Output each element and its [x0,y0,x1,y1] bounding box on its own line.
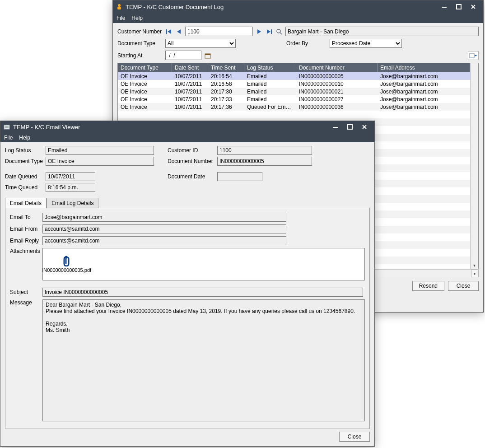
cell-doc_type: OE Invoice [118,89,172,95]
subject-field[interactable] [42,288,363,297]
grid-vertical-scrollbar[interactable]: ▾ [470,63,478,269]
last-record-icon[interactable] [266,28,273,35]
tab-email-details[interactable]: Email Details [5,198,47,208]
cell-log_status: Queued For Emailing [244,104,296,110]
ev-menu-help[interactable]: Help [19,135,30,141]
document-date-value [217,172,262,181]
customer-number-input[interactable] [185,27,253,36]
order-by-label: Order By [286,40,327,47]
document-date-label: Document Date [168,173,217,180]
close-window-button[interactable] [466,2,480,11]
cell-log_status: Emailed [244,96,296,103]
log-status-label: Log Status [5,147,46,154]
message-label: Message [10,299,42,306]
table-row[interactable]: OE Invoice10/07/201120:16:54EmailedIN000… [118,72,470,80]
document-type-select[interactable]: All [165,39,236,48]
log-titlebar[interactable]: TEMP - K/C Customer Document Log [113,0,483,13]
svg-rect-1 [117,7,121,9]
resend-button[interactable]: Resend [412,281,444,291]
cell-date_sent: 10/07/2011 [172,89,208,95]
table-row [118,111,470,118]
log-close-button[interactable]: Close [448,281,479,291]
order-by-select[interactable]: Processed Date [330,39,402,48]
ev-close-window-button[interactable] [357,122,372,131]
customer-number-label: Customer Number [117,28,163,35]
col-email-address[interactable]: Email Address [378,63,470,72]
calendar-icon[interactable] [204,52,211,59]
customer-name-display [285,27,479,36]
attachments-label: Attachments [10,248,42,254]
ev-menu-file[interactable]: File [4,135,13,141]
cell-log_status: Emailed [244,89,296,95]
document-number-value: IN0000000000005 [217,157,312,166]
table-row[interactable]: OE Invoice10/07/201120:17:30EmailedIN000… [118,88,470,95]
ev-close-button[interactable]: Close [339,432,370,442]
export-icon[interactable] [468,51,479,60]
svg-line-13 [280,33,282,34]
svg-rect-2 [442,7,447,8]
ev-minimize-button[interactable] [328,122,343,131]
starting-at-label: Starting At [117,52,163,59]
maximize-button[interactable] [452,2,466,11]
ev-tabstrip: Email Details Email Log Details [5,197,370,208]
svg-rect-18 [4,125,9,129]
cell-doc_number: IN0000000000005 [296,73,378,79]
prev-record-icon[interactable] [175,28,182,35]
table-row[interactable]: OE Invoice10/07/201120:17:36Queued For E… [118,103,470,111]
cell-doc_type: OE Invoice [118,81,172,87]
ev-titlebar[interactable]: TEMP - K/C Email Viewer [0,121,374,133]
svg-marker-17 [475,55,477,56]
paperclip-icon [62,256,71,267]
message-body[interactable]: Dear Bargain Mart - San Diego, Please fi… [42,299,365,421]
svg-marker-10 [267,29,270,34]
ev-header-form: Log Status Emailed Document Type OE Invo… [5,146,370,192]
svg-rect-21 [333,127,338,128]
attachment-item[interactable]: IN0000000000005.pdf [47,256,87,273]
log-status-value: Emailed [46,146,154,155]
cell-time_sent: 20:17:36 [208,104,244,110]
menu-file[interactable]: File [117,15,125,21]
email-to-label: Email To [10,214,42,220]
col-document-type[interactable]: Document Type [118,63,172,72]
cell-doc_type: OE Invoice [118,104,172,110]
doctype-orderby-row: Document Type All Order By Processed Dat… [117,39,479,48]
col-time-sent[interactable]: Time Sent [208,63,244,72]
cell-doc_number: IN0000000000010 [296,81,378,87]
log-window-title: TEMP - K/C Customer Document Log [126,4,437,10]
scroll-right-icon[interactable]: ▸ [471,270,479,277]
col-log-status[interactable]: Log Status [244,63,296,72]
svg-rect-19 [5,126,9,127]
first-record-icon[interactable] [165,28,173,35]
svg-rect-6 [166,29,167,34]
email-to-field[interactable] [42,213,286,222]
scroll-down-icon[interactable]: ▾ [471,262,478,269]
minimize-button[interactable] [437,2,452,11]
starting-at-row: Starting At [117,51,479,60]
subject-label: Subject [10,289,42,295]
col-document-number[interactable]: Document Number [296,63,378,72]
col-date-sent[interactable]: Date Sent [172,63,208,72]
cell-time_sent: 20:17:30 [208,89,244,95]
svg-marker-9 [257,29,261,34]
document-type-value: OE Invoice [46,157,154,166]
email-from-field[interactable] [42,224,286,233]
email-viewer-app-icon [3,123,10,131]
date-queued-value: 10/07/2011 [46,172,95,181]
cell-doc_number: IN0000000000021 [296,89,378,95]
finder-icon[interactable] [275,28,283,35]
email-details-panel: Email To Email From Email Reply Attachme… [5,208,370,429]
menu-help[interactable]: Help [131,15,143,21]
svg-rect-3 [457,5,461,9]
cell-time_sent: 20:16:54 [208,73,244,79]
tab-email-log-details[interactable]: Email Log Details [47,198,98,208]
svg-rect-15 [205,54,210,55]
ev-menubar: File Help [0,133,374,142]
next-record-icon[interactable] [256,28,263,35]
cell-date_sent: 10/07/2011 [172,96,208,103]
table-row[interactable]: OE Invoice10/07/201120:16:58EmailedIN000… [118,80,470,88]
table-row[interactable]: OE Invoice10/07/201120:17:33EmailedIN000… [118,95,470,103]
email-reply-field[interactable] [42,236,286,245]
ev-maximize-button[interactable] [343,122,357,131]
grid-header-row: Document Type Date Sent Time Sent Log St… [118,63,470,72]
starting-at-input[interactable] [165,51,201,60]
